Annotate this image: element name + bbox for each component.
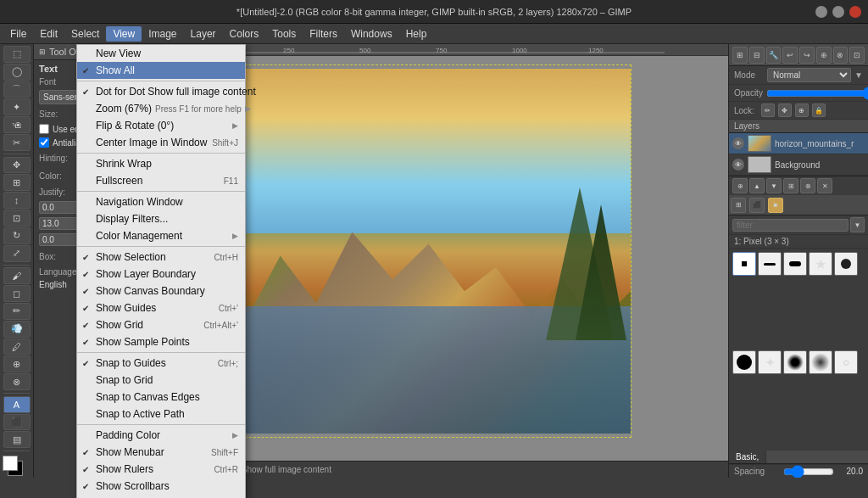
- tool-scale[interactable]: ⤢: [3, 245, 31, 262]
- rt-icon-8[interactable]: ⊡: [849, 47, 865, 64]
- tool-crop[interactable]: ⊡: [3, 210, 31, 227]
- brushes-icon-3[interactable]: ■: [768, 198, 783, 213]
- rt-icon-3[interactable]: 🔧: [766, 47, 782, 64]
- lock-alpha-icon[interactable]: ⊕: [795, 104, 809, 117]
- tool-pencil[interactable]: ✏: [3, 303, 31, 320]
- menu-colors[interactable]: Colors: [223, 26, 266, 42]
- layer-item-1[interactable]: 👁 Background: [729, 154, 868, 176]
- lock-all-icon[interactable]: 🔒: [812, 104, 826, 117]
- brush-7[interactable]: ✦: [758, 350, 782, 374]
- menu-item-shrink-wrap[interactable]: Shrink Wrap: [77, 155, 245, 172]
- indent-input[interactable]: [39, 201, 81, 214]
- lock-position-icon[interactable]: ✥: [778, 104, 792, 117]
- menu-item-snap-to-active[interactable]: Snap to Active Path: [77, 406, 245, 422]
- rt-icon-7[interactable]: ⊗: [833, 47, 849, 64]
- tool-free-select[interactable]: ⌒: [3, 81, 31, 98]
- layer-delete-icon[interactable]: ✕: [817, 178, 832, 193]
- menu-filters[interactable]: Filters: [303, 26, 344, 42]
- menu-item-snap-to-canvas[interactable]: Snap to Canvas Edges: [77, 389, 245, 406]
- close-button[interactable]: [849, 6, 861, 18]
- tool-move[interactable]: ✥: [3, 157, 31, 174]
- tool-ellipse-select[interactable]: ◯: [3, 64, 31, 81]
- tool-heal[interactable]: ⊕: [3, 355, 31, 372]
- rt-icon-4[interactable]: ↩: [782, 47, 798, 64]
- brush-9[interactable]: [809, 350, 832, 374]
- layer-eye-1[interactable]: 👁: [732, 159, 744, 171]
- mode-arrow[interactable]: ▼: [854, 70, 863, 80]
- brush-pixel[interactable]: [732, 252, 756, 276]
- layer-new-icon[interactable]: ⊕: [732, 178, 748, 193]
- brush-3[interactable]: [783, 252, 807, 276]
- menu-item-zoom[interactable]: Zoom (67%)Press F1 for more help▶: [77, 100, 245, 117]
- menu-item-show-scrollbars[interactable]: ✔Show Scrollbars: [77, 478, 245, 495]
- menu-help[interactable]: Help: [399, 26, 434, 42]
- tool-transform[interactable]: ↕: [3, 192, 31, 209]
- menu-windows[interactable]: Windows: [344, 26, 399, 42]
- brush-star[interactable]: ★: [809, 252, 832, 276]
- tool-text[interactable]: A: [3, 396, 31, 413]
- menu-item-snap-to-grid[interactable]: Snap to Grid: [77, 372, 245, 389]
- layer-item-0[interactable]: 👁 horizon_mountains_r: [729, 133, 868, 154]
- menu-item-show-grid[interactable]: ✔Show GridCtrl+Alt+': [77, 316, 245, 333]
- antialiasing-checkbox[interactable]: [39, 137, 49, 148]
- menu-item-dot-for-dot[interactable]: ✔Dot for Dot Show full image content: [77, 83, 245, 100]
- layer-dup-icon[interactable]: ⊞: [783, 178, 798, 193]
- menu-item-show-layer-boundary[interactable]: ✔Show Layer Boundary: [77, 266, 245, 283]
- tool-select-by-color[interactable]: 🖲: [3, 116, 31, 133]
- menu-item-new-view[interactable]: New View: [77, 45, 245, 62]
- tool-gradient[interactable]: ▤: [3, 431, 31, 448]
- layer-eye-0[interactable]: 👁: [732, 137, 744, 149]
- brush-8[interactable]: [783, 350, 807, 374]
- menu-tools[interactable]: Tools: [265, 26, 303, 42]
- opacity-slider[interactable]: [766, 88, 868, 98]
- menu-item-show-statusbar[interactable]: ✔Show Statusbar: [77, 495, 245, 498]
- tool-fill[interactable]: ⬛: [3, 414, 31, 431]
- tool-eraser[interactable]: ◻: [3, 285, 31, 302]
- menu-image[interactable]: Image: [142, 26, 183, 42]
- menu-item-show-canvas-boundary[interactable]: ✔Show Canvas Boundary: [77, 283, 245, 299]
- tool-scissors[interactable]: ✂: [3, 134, 31, 151]
- menu-file[interactable]: File: [3, 26, 33, 42]
- tool-fuzzy-select[interactable]: ✦: [3, 98, 31, 115]
- menu-item-center-image[interactable]: Center Image in WindowShift+J: [77, 134, 245, 151]
- letter-spacing-input[interactable]: [39, 233, 81, 246]
- tool-airbrush[interactable]: 💨: [3, 321, 31, 338]
- spacing-slider[interactable]: [783, 467, 834, 476]
- lock-pixels-icon[interactable]: ✏: [761, 104, 775, 117]
- tool-ink[interactable]: 🖊: [3, 339, 31, 355]
- rt-icon-5[interactable]: ↪: [799, 47, 815, 64]
- mode-select[interactable]: Normal: [767, 68, 851, 82]
- layer-lower-icon[interactable]: ▼: [766, 178, 782, 193]
- tool-paintbrush[interactable]: 🖌: [3, 267, 31, 284]
- menu-view[interactable]: View: [106, 26, 142, 42]
- menu-item-show-all[interactable]: ✔Show All: [77, 62, 245, 79]
- menu-layer[interactable]: Layer: [184, 26, 223, 42]
- brush-10[interactable]: ✿: [834, 350, 858, 374]
- menu-item-show-guides[interactable]: ✔Show GuidesCtrl+': [77, 299, 245, 316]
- preset-tab-basic[interactable]: Basic,: [729, 450, 766, 463]
- menu-item-padding-color[interactable]: Padding Color▶: [77, 427, 245, 444]
- menu-item-display-filters[interactable]: Display Filters...: [77, 210, 245, 227]
- brushes-icon-1[interactable]: ⊞: [731, 198, 746, 213]
- brushes-icon-2[interactable]: ⬛: [749, 198, 765, 213]
- brush-filter-input[interactable]: [732, 219, 849, 232]
- brush-6[interactable]: [732, 350, 756, 374]
- tool-rotate[interactable]: ↻: [3, 227, 31, 244]
- menu-item-show-sample-points[interactable]: ✔Show Sample Points: [77, 333, 245, 350]
- rt-icon-6[interactable]: ⊕: [816, 47, 832, 64]
- fg-color-swatch[interactable]: [3, 456, 18, 471]
- tool-rect-select[interactable]: ⬚: [3, 46, 31, 63]
- menu-edit[interactable]: Edit: [33, 26, 64, 42]
- minimize-button[interactable]: [815, 6, 827, 18]
- menu-item-show-menubar[interactable]: ✔Show MenubarShift+F: [77, 444, 245, 461]
- tool-align[interactable]: ⊞: [3, 174, 31, 191]
- menu-item-show-selection[interactable]: ✔Show SelectionCtrl+H: [77, 249, 245, 266]
- menu-item-nav-window[interactable]: Navigation Window: [77, 193, 245, 210]
- brush-filter-icon[interactable]: ▼: [850, 217, 865, 232]
- menu-item-flip-rotate[interactable]: Flip & Rotate (0°)▶: [77, 117, 245, 134]
- layer-raise-icon[interactable]: ▲: [749, 178, 765, 193]
- menu-item-show-rulers[interactable]: ✔Show RulersCtrl+R: [77, 461, 245, 478]
- maximize-button[interactable]: [832, 6, 844, 18]
- layer-anchor-icon[interactable]: ⊗: [800, 178, 815, 193]
- rt-icon-1[interactable]: ⊞: [732, 47, 748, 64]
